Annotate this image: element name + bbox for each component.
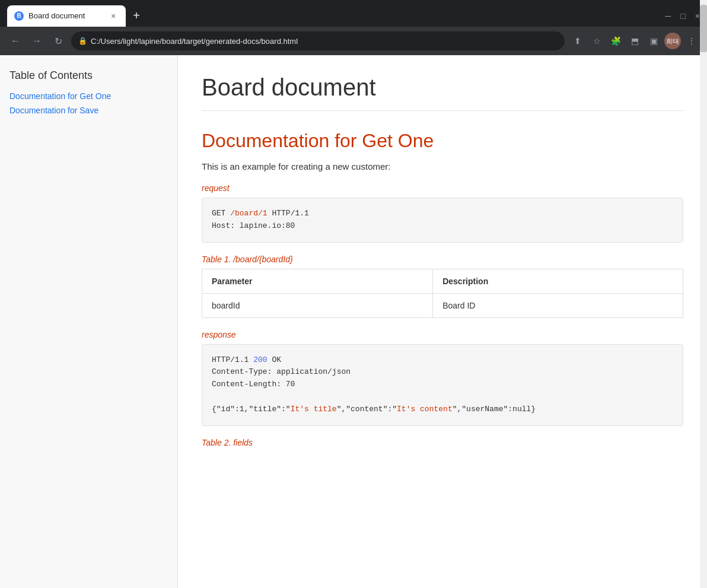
table1-header-description: Description [433, 269, 683, 293]
code-content-type: Content-Type: application/json [212, 367, 351, 376]
code-ok: OK [267, 355, 281, 364]
section-get-one-title: Documentation for Get One [202, 130, 683, 152]
close-window-button[interactable]: × [695, 11, 700, 21]
code-get-path: /board/1 [230, 209, 267, 218]
menu-button[interactable]: ⋮ [683, 33, 700, 49]
code-content-length: Content-Length: 70 [212, 380, 295, 389]
url-text: C:/Users/light/lapine/board/target/gener… [91, 37, 558, 46]
table1-row: boardId Board ID [202, 293, 683, 317]
page-title: Board document [202, 74, 683, 111]
code-status-200: 200 [253, 355, 267, 364]
table2-caption: Table 2. fields [202, 438, 683, 447]
restore-button[interactable]: □ [680, 11, 685, 21]
table1-header-row: Parameter Description [202, 269, 683, 293]
title-bar: B Board document × + ─ □ × [0, 0, 707, 27]
scrollbar-track[interactable] [700, 55, 707, 588]
section-get-one: Documentation for Get One This is an exa… [202, 130, 683, 447]
table1-header-parameter: Parameter [202, 269, 433, 293]
lock-icon: 🔒 [78, 37, 87, 45]
response-label: response [202, 330, 683, 339]
profile-button[interactable]: 희태 [664, 33, 681, 49]
response-code-block: HTTP/1.1 200 OK Content-Type: applicatio… [202, 344, 683, 426]
code-get-method: GET [212, 209, 230, 218]
minimize-button[interactable]: ─ [665, 11, 671, 21]
tab-favicon: B [14, 11, 24, 21]
new-tab-button[interactable]: + [128, 8, 145, 24]
code-get-http: HTTP/1.1 [267, 209, 309, 218]
code-json-suffix: ","userName":null} [453, 405, 536, 414]
code-http-prefix: HTTP/1.1 [212, 355, 253, 364]
bookmark-button[interactable]: ☆ [588, 33, 605, 49]
share-button[interactable]: ⬆ [569, 33, 586, 49]
tab-title: Board document [28, 11, 103, 20]
tab-close-button[interactable]: × [108, 11, 119, 21]
toc-link-save[interactable]: Documentation for Save [9, 106, 168, 115]
request-label: request [202, 183, 683, 193]
page-wrapper: Table of Contents Documentation for Get … [0, 55, 707, 588]
sidebar: Table of Contents Documentation for Get … [0, 55, 178, 588]
forward-button[interactable]: → [28, 33, 45, 49]
section-get-one-description: This is an example for creating a new cu… [202, 161, 683, 171]
request-code-block: GET /board/1 HTTP/1.1 Host: lapine.io:80 [202, 198, 683, 243]
tab-groups-button[interactable]: ⬒ [626, 33, 643, 49]
code-host: Host: lapine.io:80 [212, 221, 295, 230]
active-tab[interactable]: B Board document × [7, 5, 126, 27]
toc-link-get-one[interactable]: Documentation for Get One [9, 91, 168, 101]
extension-button[interactable]: 🧩 [607, 33, 624, 49]
code-json-content: It's content [397, 405, 453, 414]
refresh-button[interactable]: ↻ [50, 33, 66, 49]
table1-cell-param: boardId [202, 293, 433, 317]
code-json-prefix: {"id":1,"title":" [212, 405, 291, 414]
address-actions: ⬆ ☆ 🧩 ⬒ ▣ 희태 ⋮ [569, 33, 700, 49]
tab-bar: B Board document × + [7, 5, 145, 27]
browser-chrome: B Board document × + ─ □ × ← → ↻ 🔒 C:/Us… [0, 0, 707, 55]
code-json-mid: ","content":" [337, 405, 397, 414]
address-box[interactable]: 🔒 C:/Users/light/lapine/board/target/gen… [71, 31, 565, 50]
address-bar-row: ← → ↻ 🔒 C:/Users/light/lapine/board/targ… [0, 27, 707, 55]
window-controls: ─ □ × [665, 11, 700, 21]
table1-caption: Table 1. /board/{boardId} [202, 255, 683, 264]
toc-heading: Table of Contents [9, 69, 168, 82]
sidebar-toggle-button[interactable]: ▣ [645, 33, 662, 49]
table1-cell-desc: Board ID [433, 293, 683, 317]
table1: Parameter Description boardId Board ID [202, 269, 683, 318]
back-button[interactable]: ← [7, 33, 24, 49]
code-json-title: It's title [291, 405, 337, 414]
main-content: Board document Documentation for Get One… [178, 55, 707, 588]
